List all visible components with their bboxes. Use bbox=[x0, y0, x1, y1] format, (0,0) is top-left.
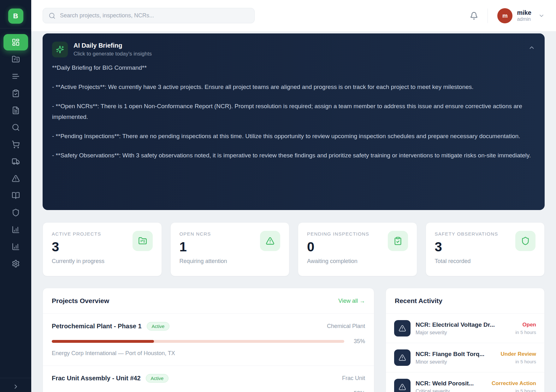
stat-caption: Requiring attention bbox=[180, 258, 281, 265]
sidebar-nav-item[interactable] bbox=[3, 153, 28, 170]
sidebar-nav-item[interactable] bbox=[3, 102, 28, 119]
project-type: Frac Unit bbox=[342, 375, 365, 382]
activity-severity: Minor severity bbox=[416, 359, 496, 365]
chevron-up-icon bbox=[528, 44, 535, 51]
activity-item[interactable]: NCR: Flange Bolt Torq... Minor severity … bbox=[386, 343, 544, 372]
layout-dashboard-icon bbox=[12, 38, 20, 46]
activity-title: NCR: Flange Bolt Torq... bbox=[416, 351, 496, 358]
project-row[interactable]: Petrochemical Plant - Phase 1 Active Che… bbox=[43, 313, 374, 366]
stat-caption: Currently in progress bbox=[52, 258, 153, 265]
triangle-alert-icon bbox=[266, 237, 275, 245]
activity-item[interactable]: NCR: Electrical Voltage Dr... Major seve… bbox=[386, 313, 544, 343]
progress-track bbox=[52, 340, 344, 343]
status-badge: Active bbox=[147, 322, 170, 331]
activity-status: Under Review bbox=[501, 351, 536, 357]
bottom-row: Projects Overview View all → Petrochemic… bbox=[43, 288, 545, 392]
chevron-right-icon bbox=[12, 383, 19, 390]
projects-overview-card: Projects Overview View all → Petrochemic… bbox=[43, 288, 374, 392]
stat-card: SAFETY OBSERVATIONS 3 Total recorded bbox=[426, 222, 545, 276]
search-icon bbox=[12, 123, 20, 132]
stat-card: ACTIVE PROJECTS 3 Currently in progress bbox=[43, 222, 162, 276]
project-type: Chemical Plant bbox=[327, 323, 365, 330]
view-all-link[interactable]: View all → bbox=[338, 298, 365, 304]
collapse-briefing-button[interactable] bbox=[528, 42, 535, 51]
brand-logo: B bbox=[8, 9, 23, 24]
content: AI Daily Briefing Click to generate toda… bbox=[31, 32, 556, 392]
briefing-paragraph: **Daily Briefing for BIG Command** bbox=[52, 62, 535, 73]
recent-activity-card: Recent Activity NCR: Electrical Voltage … bbox=[386, 288, 545, 392]
activity-time: in 5 hours bbox=[492, 388, 536, 392]
activity-status: Corrective Action bbox=[492, 380, 536, 387]
ai-briefing-card: AI Daily Briefing Click to generate toda… bbox=[43, 33, 545, 210]
activity-severity: Major severity bbox=[416, 330, 510, 336]
activity-time: in 5 hours bbox=[515, 330, 536, 335]
truck-icon bbox=[12, 157, 20, 166]
sidebar-nav-item[interactable] bbox=[3, 221, 28, 238]
topbar-right: m mike admin bbox=[470, 8, 545, 23]
project-row[interactable]: Frac Unit Assembly - Unit #42 Active Fra… bbox=[43, 366, 374, 392]
sidebar-nav-item[interactable] bbox=[3, 68, 28, 85]
main-area: m mike admin AI Daily Briefing bbox=[31, 0, 556, 392]
text-lines-icon bbox=[12, 72, 20, 80]
shield-icon bbox=[12, 208, 20, 217]
clipboard-check-icon bbox=[12, 89, 20, 97]
activity-severity: Critical severity bbox=[416, 389, 487, 392]
sidebar-divider bbox=[0, 28, 31, 28]
ai-briefing-body: **Daily Briefing for BIG Command** - **A… bbox=[52, 62, 535, 161]
project-name: Petrochemical Plant - Phase 1 bbox=[52, 323, 142, 330]
stats-row: ACTIVE PROJECTS 3 Currently in progress … bbox=[43, 222, 545, 276]
ai-briefing-subtitle: Click to generate today's insights bbox=[74, 51, 152, 57]
activity-status: Open bbox=[515, 322, 536, 328]
chart-column-icon bbox=[12, 243, 20, 251]
triangle-alert-icon bbox=[12, 174, 20, 183]
sidebar-nav-item[interactable] bbox=[3, 187, 28, 204]
notifications-button[interactable] bbox=[470, 12, 478, 20]
project-subtitle: Energy Corp International — Port of Hous… bbox=[52, 350, 365, 357]
recent-activity-title: Recent Activity bbox=[395, 297, 442, 305]
sidebar-nav-item[interactable] bbox=[3, 85, 28, 102]
sidebar-nav-item[interactable] bbox=[3, 238, 28, 255]
shopping-cart-icon bbox=[12, 140, 20, 149]
stat-caption: Awaiting completion bbox=[307, 258, 408, 265]
folder-kanban-icon bbox=[12, 55, 20, 63]
ai-briefing-header[interactable]: AI Daily Briefing Click to generate toda… bbox=[52, 42, 535, 57]
settings-icon bbox=[12, 260, 20, 268]
search-input[interactable] bbox=[59, 12, 249, 19]
status-badge: Active bbox=[146, 374, 169, 383]
avatar: m bbox=[497, 8, 512, 23]
briefing-paragraph: - **Pending Inspections**: There are no … bbox=[52, 131, 535, 142]
briefing-paragraph: - **Open NCRs**: There is 1 open Non-Con… bbox=[52, 101, 535, 122]
user-menu[interactable]: m mike admin bbox=[497, 8, 545, 23]
sidebar-footer bbox=[0, 378, 31, 392]
activity-title: NCR: Electrical Voltage Dr... bbox=[416, 321, 510, 328]
progress-percent: 35% bbox=[350, 338, 365, 345]
project-name: Frac Unit Assembly - Unit #42 bbox=[52, 375, 141, 382]
triangle-alert-icon bbox=[399, 325, 406, 332]
activity-time: in 5 hours bbox=[501, 359, 536, 364]
stat-card: OPEN NCRS 1 Requiring attention bbox=[170, 222, 290, 276]
sidebar-nav-item[interactable] bbox=[3, 136, 28, 153]
sidebar-nav-item[interactable] bbox=[3, 51, 28, 67]
topbar: m mike admin bbox=[31, 0, 556, 32]
briefing-paragraph: - **Active Projects**: We currently have… bbox=[52, 82, 535, 92]
sidebar-nav-item[interactable] bbox=[3, 119, 28, 136]
progress-percent: 58% bbox=[350, 390, 365, 392]
briefing-paragraph: - **Safety Observations**: With 3 safety… bbox=[52, 150, 535, 161]
projects-overview-title: Projects Overview bbox=[52, 297, 109, 305]
sidebar-nav-item[interactable] bbox=[3, 204, 28, 221]
triangle-alert-icon bbox=[399, 383, 406, 391]
activity-item[interactable]: NCR: Weld Porosit... Critical severity C… bbox=[386, 372, 544, 392]
sidebar-collapse-button[interactable] bbox=[0, 378, 31, 392]
sidebar-nav bbox=[3, 34, 28, 272]
sidebar-nav-item[interactable] bbox=[3, 255, 28, 272]
file-text-icon bbox=[12, 106, 20, 114]
sidebar-nav-item[interactable] bbox=[3, 170, 28, 187]
folder-kanban-icon bbox=[138, 237, 147, 245]
user-name: mike bbox=[517, 9, 531, 16]
stat-card: PENDING INSPECTIONS 0 Awaiting completio… bbox=[298, 222, 417, 276]
clipboard-check-icon bbox=[393, 237, 402, 245]
progress-fill bbox=[52, 340, 154, 343]
chevron-down-icon bbox=[538, 13, 545, 19]
sidebar-nav-item[interactable] bbox=[3, 34, 28, 50]
activity-title: NCR: Weld Porosit... bbox=[416, 380, 487, 387]
